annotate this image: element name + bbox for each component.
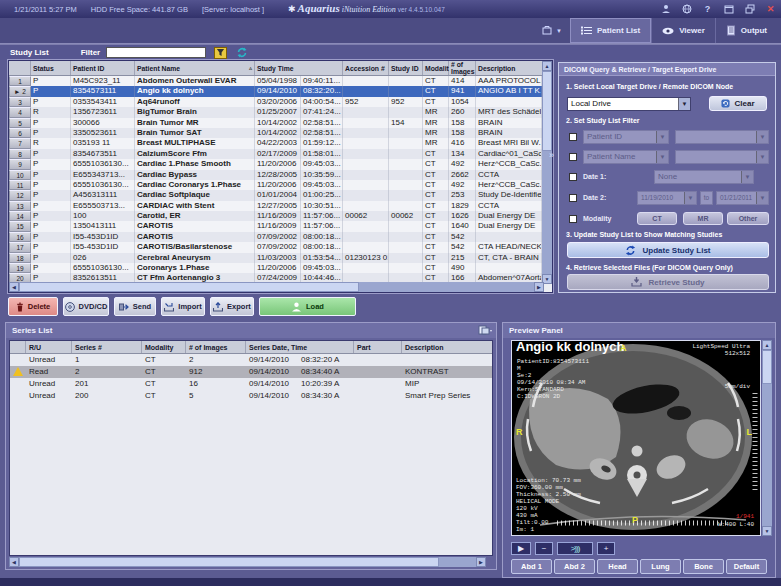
date1-select[interactable]: None▼ bbox=[654, 170, 754, 184]
send-button[interactable]: Send bbox=[114, 297, 156, 316]
row-number-cell[interactable]: 1 bbox=[9, 76, 31, 86]
patient-name-field-select[interactable]: Patient Name▼ bbox=[583, 150, 669, 164]
update-study-list-button[interactable]: Update Study List bbox=[567, 242, 769, 258]
study-row[interactable]: 9P65551036130...Cardiac 1.Phase Smooth11… bbox=[9, 159, 542, 169]
study-row[interactable]: 17PI55-453D1IDCAROTIS/Basilarstenose07/0… bbox=[9, 242, 542, 252]
preview-scrollbar[interactable]: ▲ ▼ bbox=[762, 340, 772, 536]
col-description[interactable]: Description bbox=[476, 61, 542, 75]
scroll-thumb[interactable] bbox=[19, 282, 359, 292]
modality-checkbox[interactable] bbox=[569, 215, 577, 223]
modality-other-button[interactable]: Other bbox=[727, 212, 769, 225]
row-number-cell[interactable]: 9 bbox=[9, 159, 31, 169]
series-row[interactable]: Unread200CT509/14/201008:34:30 ASmart Pr… bbox=[10, 390, 492, 402]
col-description[interactable]: Description bbox=[402, 341, 492, 353]
row-number-cell[interactable]: 6 bbox=[9, 128, 31, 138]
preset-button-bone[interactable]: Bone bbox=[683, 559, 724, 574]
col-status[interactable]: Status bbox=[31, 61, 71, 75]
col-modality[interactable]: Modalit bbox=[423, 61, 449, 75]
col-num-images[interactable]: # of Images bbox=[186, 341, 246, 353]
row-number-cell[interactable]: 3 bbox=[9, 97, 31, 107]
series-horizontal-scrollbar[interactable]: ◀ ▶ bbox=[9, 557, 486, 567]
series-row[interactable]: Unread201CT1609/14/201010:20:39 AMIP bbox=[10, 378, 492, 390]
col-patient-id[interactable]: Patient ID bbox=[71, 61, 135, 75]
load-button[interactable]: Load bbox=[259, 297, 356, 316]
study-row[interactable]: 7R035193 11Breast MULTIPHASE04/22/200301… bbox=[9, 138, 542, 148]
speed-indicator[interactable]: >))) bbox=[557, 542, 593, 555]
study-vertical-scrollbar[interactable]: ▲ ▼ bbox=[542, 61, 552, 284]
row-number-cell[interactable]: 17 bbox=[9, 242, 31, 252]
speed-down-button[interactable]: − bbox=[535, 542, 553, 555]
target-drive-select[interactable]: Local Drive ▼ bbox=[567, 97, 691, 111]
study-row[interactable]: 16PI55-453D1IDCAROTIS07/09/200208:00:18.… bbox=[9, 232, 542, 242]
preset-button-lung[interactable]: Lung bbox=[640, 559, 681, 574]
study-row[interactable]: 13PE655503713...CARDIAC with Stent12/27/… bbox=[9, 201, 542, 211]
patient-id-field-select[interactable]: Patient ID▼ bbox=[583, 130, 669, 144]
play-button[interactable]: ▶ bbox=[511, 542, 531, 555]
series-row[interactable]: Unread1CT209/14/201008:32:20 A bbox=[10, 354, 492, 366]
preset-button-abd-2[interactable]: Abd 2 bbox=[554, 559, 595, 574]
series-options-icon[interactable] bbox=[478, 325, 492, 336]
study-row[interactable]: 6P3350523611Brain Tumor SAT10/14/200202:… bbox=[9, 128, 542, 138]
scroll-thumb[interactable] bbox=[542, 71, 552, 151]
row-number-cell[interactable]: 12 bbox=[9, 190, 31, 200]
date2-checkbox[interactable] bbox=[569, 194, 577, 202]
export-button[interactable]: Export bbox=[210, 297, 254, 316]
tab-output[interactable]: Output bbox=[715, 18, 777, 43]
patient-id-value-select[interactable]: ▼ bbox=[675, 130, 769, 144]
patient-id-checkbox[interactable] bbox=[569, 133, 577, 141]
study-row[interactable]: 8P8354673511CalziumScore Ffm02/17/200901… bbox=[9, 149, 542, 159]
user-icon[interactable] bbox=[659, 3, 672, 16]
study-row[interactable]: 10PE655343713...Cardiac Bypass12/28/2005… bbox=[9, 170, 542, 180]
filter-input[interactable] bbox=[106, 47, 206, 58]
row-number-cell[interactable]: 4 bbox=[9, 107, 31, 117]
row-number-cell[interactable]: ► 2 bbox=[9, 86, 31, 96]
preset-button-abd-1[interactable]: Abd 1 bbox=[511, 559, 552, 574]
col-num-images[interactable]: # of Images bbox=[449, 61, 476, 75]
col-study-id[interactable]: Study ID bbox=[389, 61, 423, 75]
date2-from-select[interactable]: 11/19/2010▼ bbox=[637, 191, 697, 205]
filter-apply-icon[interactable] bbox=[214, 47, 227, 59]
study-row[interactable]: 11P65551036130...Cardiac Coronarys 1.Pha… bbox=[9, 180, 542, 190]
scroll-up-icon[interactable]: ▲ bbox=[542, 61, 552, 71]
preset-button-head[interactable]: Head bbox=[597, 559, 638, 574]
scroll-thumb[interactable] bbox=[762, 350, 772, 384]
globe-icon[interactable] bbox=[680, 3, 693, 16]
col-patient-name[interactable]: Patient Name ▵ bbox=[135, 61, 255, 75]
retrieve-study-button[interactable]: Retrieve Study bbox=[567, 274, 769, 290]
study-row[interactable]: 5P300066Brain Tumor MR10/14/200202:58:51… bbox=[9, 118, 542, 128]
col-series-num[interactable]: Series # bbox=[72, 341, 142, 353]
scroll-right-icon[interactable]: ▶ bbox=[534, 282, 544, 292]
study-row[interactable]: 18P026Cerebral Aneurysm11/03/200301:53:5… bbox=[9, 253, 542, 263]
restore-icon[interactable] bbox=[743, 3, 756, 16]
close-icon[interactable]: ✕ bbox=[764, 3, 777, 16]
scroll-up-icon[interactable]: ▲ bbox=[762, 340, 772, 350]
date1-checkbox[interactable] bbox=[569, 173, 577, 181]
scroll-down-icon[interactable]: ▼ bbox=[762, 526, 772, 536]
row-number-cell[interactable]: 13 bbox=[9, 201, 31, 211]
speed-up-button[interactable]: + bbox=[597, 542, 615, 555]
clear-button[interactable]: Clear bbox=[709, 96, 767, 111]
study-row[interactable]: 3P0353543411Aq64runoff03/20/200604:00:54… bbox=[9, 97, 542, 107]
scroll-thumb[interactable] bbox=[19, 557, 439, 567]
study-row[interactable]: 19P65551036130...Coronarys 1.Phase11/20/… bbox=[9, 263, 542, 273]
minimize-icon[interactable] bbox=[722, 3, 735, 16]
row-number-cell[interactable]: 19 bbox=[9, 263, 31, 273]
study-row[interactable]: 12PA456313111Cardiac Softplaque01/01/200… bbox=[9, 190, 542, 200]
patient-name-value-select[interactable]: ▼ bbox=[675, 150, 769, 164]
scroll-right-icon[interactable]: ▶ bbox=[476, 557, 486, 567]
help-icon[interactable]: ? bbox=[701, 3, 714, 16]
row-number-cell[interactable]: 18 bbox=[9, 253, 31, 263]
col-ru[interactable]: R/U bbox=[26, 341, 72, 353]
tab-patient-list[interactable]: Patient List bbox=[570, 18, 651, 43]
row-number-cell[interactable]: 10 bbox=[9, 170, 31, 180]
preview-image[interactable]: Angio kk dolnych PatientID:8354573111 M … bbox=[511, 340, 761, 536]
tab-viewer[interactable]: Viewer bbox=[651, 18, 715, 43]
row-number-cell[interactable]: 16 bbox=[9, 232, 31, 242]
scroll-left-icon[interactable]: ◀ bbox=[9, 282, 19, 292]
study-row[interactable]: 15P1350413111CAROTIS11/16/200911:57:06..… bbox=[9, 221, 542, 231]
panel-collapse-handle[interactable]: » bbox=[549, 150, 554, 160]
modality-mr-button[interactable]: MR bbox=[683, 212, 723, 225]
preset-button-default[interactable]: Default bbox=[726, 559, 767, 574]
row-number-cell[interactable]: 15 bbox=[9, 221, 31, 231]
delete-button[interactable]: Delete bbox=[8, 297, 58, 316]
